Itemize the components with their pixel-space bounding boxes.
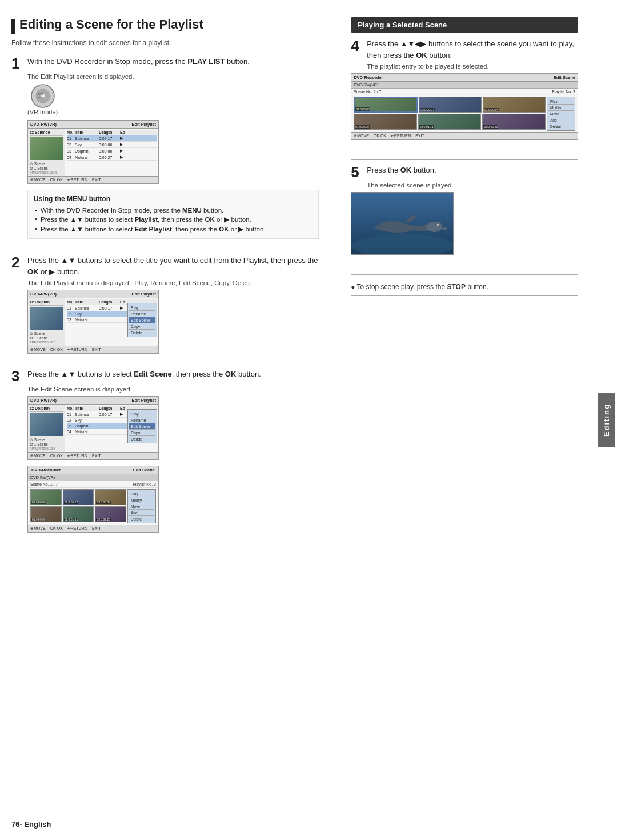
svg-point-9 [438,225,439,226]
edit-scene-side-menu: Play Modify Move Add Delete [127,489,156,523]
scene-thumb-4: 01:0:00:00 [30,506,62,522]
step-5-text: Press the OK button. [367,165,578,176]
step-1-sub: The Edit Playlist screen is displayed. [27,73,319,80]
step-4-number: 4 [351,38,362,53]
scene-thumb-5: 02:0:01:11 [63,506,94,522]
dolphin-image [351,192,454,254]
section-header: Playing a Selected Scene [351,17,578,33]
screen-1-sidebar: zz Science ⊙ Scene ⊙ 1 Scene APR/24/2006… [28,129,65,176]
stop-note: ● To stop scene play, press the STOP but… [351,283,578,291]
step-1-number: 1 [11,56,23,71]
step4-scene-thumb-5: 02:0:01:11 [418,114,482,130]
step-3-text: Press the ▲▼ buttons to select Edit Scen… [27,369,319,380]
right-column: Playing a Selected Scene 4 Press the ▲▼◀… [336,17,578,803]
step4-scene-thumb-1: 01:0:00:00 [354,97,418,113]
screen-1-mockup: DVD-RW(VR) Edit Playlist zz Science ⊙ Sc… [27,120,159,184]
step-3-sub: The Edit Scene screen is displayed. [27,386,319,393]
separator-3 [351,295,578,296]
edit-scene-screen-step3: DVD-Recorder Edit Scene DVD-RW(VR) Scene… [27,466,159,533]
page-subtitle: Follow these instructions to edit scenes… [11,39,319,47]
menu-btn-item-2: Press the ▲▼ buttons to select Playlist,… [34,214,312,224]
screen-2-popup-menu: Play Rename Edit Scene Copy Delete [127,303,157,337]
dvd-icon: DVD RW/VR [30,83,55,109]
step-2-text: Press the ▲▼ buttons to select the title… [27,255,319,277]
title-bar-decoration [11,19,15,34]
screen-2-mockup: DVD-RW(VR) Edit Playlist zz Dolphin ⊙ Sc… [27,290,159,354]
step-1: 1 With the DVD Recorder in Stop mode, pr… [11,56,319,246]
step4-scene-thumb-6: 03:0:02:23 [482,114,546,130]
step4-scene-thumb-2: 02:0:00:07 [419,97,482,113]
step-3: 3 Press the ▲▼ buttons to select Edit Sc… [11,369,319,537]
page-number: 76- English [11,820,51,829]
side-tab-label: Editing [598,393,615,447]
menu-btn-title: Using the MENU button [34,195,312,203]
menu-btn-list: With the DVD Recorder in Stop mode, pres… [34,206,312,234]
step4-scene-thumb-3: 03:0:00:34 [483,97,546,113]
edit-scene-screen-step4: DVD-Recorder Edit Scene DVD-RW(VR) Scene… [351,73,578,140]
vr-mode-label: (VR mode) [27,109,58,115]
screen-3-sidebar: zz Dolphin ⊙ Scene ⊙ 1 Scene APR/24/2006… [28,405,65,452]
step-3-number: 3 [11,369,23,383]
step4-scene-thumb-4: 01:0:00:00 [354,114,417,130]
screen-2-sidebar: zz Dolphin ⊙ Scene ⊙ 1 Scene APR/24/2006… [28,298,65,346]
step-4: 4 Press the ▲▼◀▶ buttons to select the s… [351,38,578,146]
step-4-sub: The playlist entry to be played is selec… [367,63,578,70]
menu-btn-item-1: With the DVD Recorder in Stop mode, pres… [34,206,312,214]
page-container: Editing a Scene for the Playlist Follow … [0,0,617,840]
svg-text:DVD: DVD [38,93,43,95]
step-5-number: 5 [351,165,362,179]
scene-thumb-1: 01:0:00:00 [30,489,62,505]
step-2: 2 Press the ▲▼ buttons to select the tit… [11,255,319,359]
screen-1-table: No. Title Length Ed 01 Science 0:00:17 ▶ [65,129,158,176]
side-tab: Editing [595,0,617,840]
scene-thumb-3: 03:0:00:34 [95,489,126,505]
step-5: 5 Press the OK button. The selected scen… [351,165,578,261]
menu-btn-item-3: Press the ▲▼ buttons to select Edit Play… [34,224,312,234]
scene-thumb-6: 03:0:02:23 [95,506,126,522]
step-5-sub: The selected scene is played. [367,182,578,189]
step-1-text: With the DVD Recorder in Stop mode, pres… [27,56,319,67]
step-4-text: Press the ▲▼◀▶ buttons to select the sce… [367,38,578,61]
page-title: Editing a Scene for the Playlist [19,17,203,32]
step-2-number: 2 [11,255,23,270]
scene-thumb-2: 02:0:00:17 [63,489,94,505]
play-screen: Play [351,192,454,255]
svg-point-7 [426,222,442,232]
left-column: Editing a Scene for the Playlist Follow … [11,17,319,803]
page-footer: 76- English [11,815,578,829]
menu-button-section: Using the MENU button With the DVD Recor… [27,190,319,239]
step4-side-menu: Play Modify Move Add Delete [547,97,575,131]
step-2-sub: The Edit Playlist menu is displayed : Pl… [27,279,319,286]
two-col-layout: Editing a Scene for the Playlist Follow … [11,17,578,803]
screen-3-mockup: DVD-RW(VR) Edit Playlist zz Dolphin ⊙ Sc… [27,396,159,460]
separator-1 [351,159,578,160]
separator-2 [351,274,578,275]
svg-text:RW/VR: RW/VR [38,97,45,99]
screen-3-popup-menu: Play Rename Edit Scene Copy Delete [127,409,157,443]
main-content: Editing a Scene for the Playlist Follow … [0,0,595,840]
